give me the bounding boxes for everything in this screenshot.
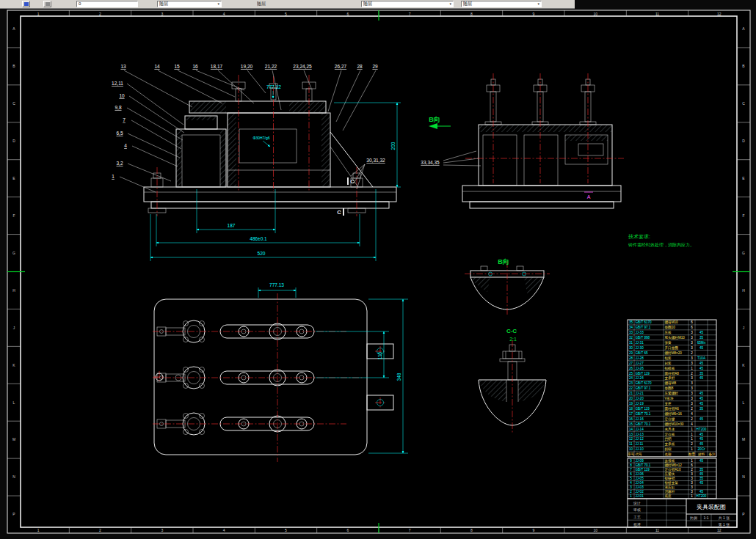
callout: 30,31,32	[366, 158, 385, 163]
bom-cell: 32	[629, 336, 633, 340]
app-icon-button[interactable]	[22, 1, 30, 7]
bom-cell: 13	[629, 433, 633, 436]
bom-cell: 27	[629, 362, 633, 365]
bom-cell: 3	[691, 490, 693, 494]
scale-value: 1:1	[704, 516, 709, 520]
bom-cell: 1	[691, 433, 693, 436]
bom-cell: 螺钉M8×20	[665, 351, 683, 355]
zone-col-label: 3	[161, 12, 163, 16]
bom-cell: 45	[699, 490, 704, 494]
bom-cell: 3	[691, 402, 693, 406]
callout: 18,17	[211, 64, 223, 69]
bom-cell: 45	[699, 392, 704, 395]
bom-cell: 20	[629, 397, 633, 400]
dim-label: 520	[258, 251, 266, 256]
zone-row-label: H	[12, 288, 15, 293]
bom-cell: 3	[691, 376, 693, 380]
bom-cell: 3	[691, 356, 693, 360]
bom-cell: 3	[691, 381, 693, 385]
bom-cell: 垫圈8	[665, 386, 674, 390]
zone-row-label: F	[742, 213, 744, 218]
bom-cell: 28	[629, 356, 633, 360]
chevron-down-icon: ▾	[217, 1, 219, 7]
callout: 10	[119, 93, 125, 98]
callout: 16	[192, 64, 198, 69]
bom-cell: 31	[629, 341, 633, 345]
zone-col-label: 11	[655, 528, 659, 532]
zone-col-label: 1	[37, 12, 40, 16]
bom-cell: 压板	[664, 331, 672, 334]
bom-cell: 45	[699, 362, 704, 365]
bom-cell: 钻模板	[665, 366, 675, 370]
callout: 19,20	[241, 64, 253, 69]
datum-label: A	[587, 194, 591, 199]
bom-header-cell: 数量	[688, 452, 696, 456]
color-combo[interactable]: 随层▾	[157, 1, 222, 7]
zone-row-label: N	[742, 474, 745, 479]
bom-cell: 3	[691, 392, 693, 395]
bom-cell: 20Cr	[698, 447, 705, 451]
callout: 13	[120, 64, 126, 69]
bom-cell: 3	[691, 472, 693, 476]
callout: 21,22	[265, 64, 277, 69]
bom-cell: 35	[699, 407, 704, 411]
callout: 23,24,25	[293, 64, 312, 69]
zone-row-label: G	[742, 251, 745, 255]
zone-row-label: C	[742, 101, 745, 106]
sheets-total: 共 1 张	[719, 516, 730, 521]
bom-cell: 17	[629, 412, 633, 416]
cad-app-window: 0 随层▾ 随层 随层▾ 随层▾ 11223344556677889910101…	[0, 0, 756, 539]
bom-cell: 2	[691, 417, 693, 421]
bom-cell: 9	[630, 459, 632, 463]
bom-cell: GB/T 97.1	[636, 326, 651, 329]
dim-label: 777.13	[269, 282, 284, 287]
bom-cell: 3	[691, 386, 693, 390]
bom-header-cell: 名称	[665, 452, 672, 456]
bom-cell: 3	[691, 341, 693, 345]
bom-cell: 45	[699, 472, 704, 476]
bom-cell: 29	[629, 351, 633, 355]
drawing-canvas[interactable]: 112233445566778899101011111212AABBCCDDEE…	[0, 0, 756, 539]
bom-cell: 25	[629, 372, 633, 375]
bom-cell: HT200	[697, 494, 707, 498]
zone-col-label: 12	[717, 12, 722, 16]
bom-cell: 螺母M10	[665, 320, 679, 325]
bom-cell: JJ-13	[636, 433, 644, 436]
lineweight-combo[interactable]: 随层▾	[461, 1, 542, 7]
bom-cell: JJ-26	[636, 367, 644, 370]
bom-cell: 1	[691, 367, 693, 370]
bom-cell: 35	[699, 477, 704, 480]
zone-row-label: L	[743, 400, 745, 405]
scale-label: 比例	[690, 516, 697, 521]
bom-cell: JJ-02	[636, 490, 644, 494]
bom-cell: 14	[629, 428, 633, 431]
callout: 1	[112, 174, 115, 179]
bom-cell: 压紧块	[664, 472, 675, 476]
bom-cell: 65Mn	[697, 341, 706, 345]
bom-cell: 螺母M8	[665, 381, 677, 386]
bom-cell: 18	[629, 407, 633, 411]
bom-cell: JJ-28	[636, 356, 644, 360]
dim-label: 486±0.1	[250, 236, 267, 241]
lineweight-combo-value: 随层	[463, 1, 472, 7]
bom-cell: 45	[699, 367, 704, 370]
app-icon	[24, 2, 29, 6]
zone-row-label: F	[12, 213, 15, 218]
bom-cell: JJ-19	[636, 402, 644, 406]
bom-cell: 45	[699, 331, 704, 334]
bom-cell: 螺钉M6×12	[665, 463, 683, 467]
bom-cell: 连接板	[665, 459, 675, 463]
bom-cell: 7	[630, 468, 632, 472]
bom-cell: 4	[691, 412, 693, 416]
layer-field[interactable]: 0	[76, 1, 138, 7]
view-label: B向	[498, 258, 509, 265]
bom-cell: GB/T 119	[636, 407, 650, 411]
bom-cell: 33	[629, 331, 633, 334]
linetype-combo[interactable]: 随层▾	[361, 1, 454, 7]
tool-icon-button[interactable]	[43, 1, 51, 7]
bom-cell: JJ-09	[636, 459, 644, 463]
sign-label: 工艺	[633, 515, 641, 519]
drawing-title: 夹具装配图	[697, 504, 726, 510]
chevron-down-icon: ▾	[449, 1, 451, 7]
bom-cell: JJ-10	[636, 447, 644, 451]
